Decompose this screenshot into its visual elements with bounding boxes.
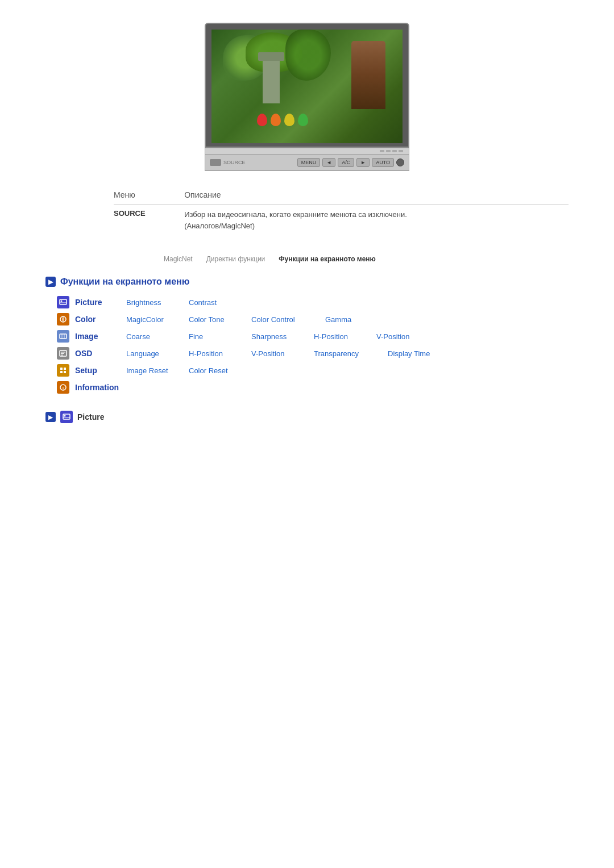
balloon-red bbox=[257, 114, 267, 126]
picture-svg bbox=[59, 298, 67, 306]
picture-section-blue-icon: ▶ bbox=[45, 412, 56, 422]
item-contrast[interactable]: Contrast bbox=[189, 298, 240, 307]
source-label: SOURCE bbox=[223, 160, 246, 165]
category-osd: OSD bbox=[75, 349, 126, 358]
tab-osd-functions[interactable]: Функции на екранното меню bbox=[274, 253, 380, 265]
item-display-time[interactable]: Display Time bbox=[388, 349, 450, 358]
menu-row-setup: Setup Image Reset Color Reset bbox=[57, 364, 569, 377]
icon-picture bbox=[57, 296, 69, 308]
source-label-cell: SOURCE bbox=[114, 205, 184, 236]
item-image-reset[interactable]: Image Reset bbox=[126, 366, 177, 375]
foliage2 bbox=[285, 30, 331, 81]
balloon-yellow bbox=[284, 114, 294, 126]
svg-point-2 bbox=[61, 301, 63, 302]
icon-setup bbox=[57, 364, 69, 377]
menu-row-picture: Picture Brightness Contrast bbox=[57, 296, 569, 308]
color-svg bbox=[59, 315, 67, 323]
svg-rect-12 bbox=[64, 368, 66, 370]
col-desc-header: Описание bbox=[184, 188, 569, 205]
item-brightness[interactable]: Brightness bbox=[126, 298, 177, 307]
item-color-tone[interactable]: Color Tone bbox=[189, 315, 240, 324]
menu-row-osd: OSD Language H-Position V-Position Trans… bbox=[57, 347, 569, 360]
category-setup: Setup bbox=[75, 366, 126, 375]
item-fine[interactable]: Fine bbox=[189, 332, 240, 341]
category-image: Image bbox=[75, 332, 126, 341]
monitor-screen bbox=[211, 30, 403, 143]
item-color-reset[interactable]: Color Reset bbox=[189, 366, 240, 375]
auto-cfg-button[interactable]: A/C bbox=[338, 158, 354, 167]
menu-row-information: i Information bbox=[57, 381, 569, 394]
menu-table-section: Меню Описание SOURCE Избор на видеосигна… bbox=[114, 188, 569, 236]
item-transparency[interactable]: Transparency bbox=[314, 349, 376, 358]
balloon-green bbox=[298, 114, 308, 126]
svg-rect-0 bbox=[60, 299, 67, 304]
item-sharpness[interactable]: Sharpness bbox=[251, 332, 302, 341]
monitor-logo bbox=[210, 159, 221, 166]
svg-rect-14 bbox=[64, 371, 66, 373]
svg-rect-4 bbox=[60, 334, 67, 339]
svg-text:i: i bbox=[63, 386, 64, 390]
monitor-controls: SOURCE MENU ◄ A/C ► AUTO bbox=[205, 155, 409, 171]
menu-row-color: Color MagicColor Color Tone Color Contro… bbox=[57, 313, 569, 326]
bottom-dot bbox=[399, 150, 403, 152]
bottom-dot bbox=[380, 150, 384, 152]
auto-button[interactable]: AUTO bbox=[372, 158, 394, 167]
osd-svg bbox=[59, 349, 67, 357]
menu-table: Меню Описание SOURCE Избор на видеосигна… bbox=[114, 188, 569, 236]
plus-button[interactable]: ► bbox=[356, 158, 370, 167]
category-information: Information bbox=[75, 383, 126, 392]
item-v-position-image[interactable]: V-Position bbox=[376, 332, 428, 341]
menu-grid: Picture Brightness Contrast Color MagicC… bbox=[57, 296, 569, 394]
item-language[interactable]: Language bbox=[126, 349, 177, 358]
picture-section-svg bbox=[63, 413, 70, 421]
item-gamma[interactable]: Gamma bbox=[325, 315, 376, 324]
tab-nav: MagicNet Директни функции Функции на екр… bbox=[159, 253, 569, 265]
section-icon: ▶ bbox=[45, 277, 56, 287]
svg-rect-17 bbox=[63, 414, 70, 419]
setup-svg bbox=[59, 366, 67, 374]
picture-section-dark-icon bbox=[60, 411, 73, 423]
pagoda bbox=[263, 58, 280, 103]
menu-button[interactable]: MENU bbox=[297, 158, 321, 167]
information-svg: i bbox=[59, 383, 67, 391]
minus-button[interactable]: ◄ bbox=[322, 158, 335, 167]
menu-row-image: Image Coarse Fine Sharpness H-Position V… bbox=[57, 330, 569, 343]
icon-osd bbox=[57, 347, 69, 360]
item-h-position-image[interactable]: H-Position bbox=[314, 332, 365, 341]
balloons bbox=[257, 114, 308, 126]
magicnet-tab-label: MagicNet bbox=[159, 253, 197, 265]
item-magiccolor[interactable]: MagicColor bbox=[126, 315, 177, 324]
item-coarse[interactable]: Coarse bbox=[126, 332, 177, 341]
icon-image bbox=[57, 330, 69, 343]
table-row: SOURCE Избор на видеосигнала, когато екр… bbox=[114, 205, 569, 236]
category-color: Color bbox=[75, 315, 126, 324]
col-menu-header: Меню bbox=[114, 188, 184, 205]
section-title-bar: ▶ Функции на екранното меню bbox=[45, 277, 569, 287]
svg-rect-11 bbox=[60, 368, 63, 370]
monitor-image-section: SOURCE MENU ◄ A/C ► AUTO bbox=[45, 23, 569, 171]
balloon-orange bbox=[271, 114, 281, 126]
item-v-position-osd[interactable]: V-Position bbox=[251, 349, 302, 358]
bottom-dot bbox=[386, 150, 391, 152]
picture-section: ▶ Picture bbox=[45, 411, 569, 423]
icon-information: i bbox=[57, 381, 69, 394]
section-title: Функции на екранното меню bbox=[60, 277, 189, 287]
bottom-dot bbox=[392, 150, 397, 152]
tab-direct-functions[interactable]: Директни функции bbox=[202, 253, 270, 265]
item-h-position-osd[interactable]: H-Position bbox=[189, 349, 240, 358]
monitor-bottom-bar bbox=[205, 148, 409, 155]
source-desc-cell: Избор на видеосигнала, когато екранните … bbox=[184, 205, 569, 236]
monitor: SOURCE MENU ◄ A/C ► AUTO bbox=[205, 23, 409, 171]
power-button[interactable] bbox=[396, 158, 404, 166]
icon-color bbox=[57, 313, 69, 326]
item-color-control[interactable]: Color Control bbox=[251, 315, 314, 324]
picture-label: Picture bbox=[77, 412, 104, 422]
category-picture: Picture bbox=[75, 298, 126, 307]
image-svg bbox=[59, 332, 67, 340]
svg-rect-13 bbox=[60, 371, 63, 373]
monitor-screen-wrapper bbox=[205, 23, 409, 148]
svg-point-19 bbox=[64, 415, 66, 417]
